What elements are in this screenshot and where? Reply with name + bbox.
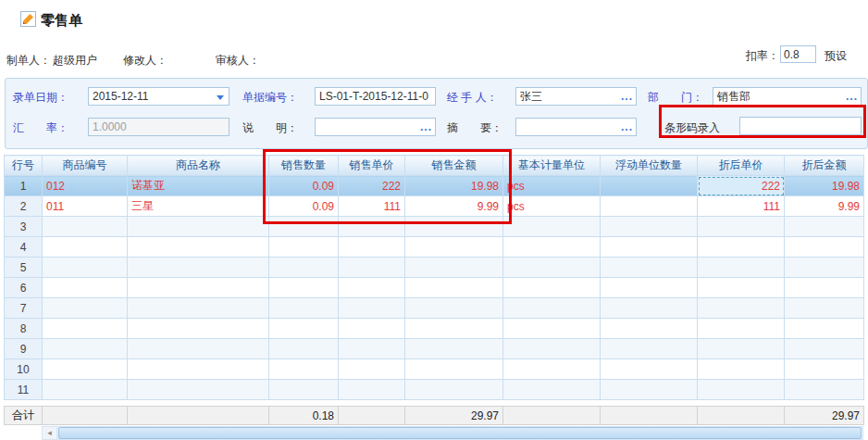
handler-label: 经 手 人： [447,90,498,106]
auditor-label: 审核人： [216,53,260,69]
float-qty-cell[interactable] [601,196,698,217]
col-header-item-code[interactable]: 商品编号 [43,156,128,176]
col-header-disc-amount[interactable]: 折后金额 [785,156,864,176]
grid-empty-row[interactable]: 8 [5,319,864,339]
row-no[interactable]: 3 [5,217,43,237]
maker-label: 制单人： [6,53,51,69]
scroll-left-arrow-icon[interactable]: ◂ [43,427,57,439]
total-disc-amount: 29.97 [785,407,864,425]
sales-price-cell[interactable]: 111 [339,196,405,217]
handler-lookup-ellipsis-icon[interactable]: ... [621,88,633,105]
col-header-disc-price[interactable]: 折后单价 [698,156,785,176]
row-no[interactable]: 4 [5,237,43,258]
entry-date-value: 2015-12-11 [93,90,149,103]
handler-input[interactable]: 张三 ... [515,87,637,106]
grid-empty-row[interactable]: 5 [5,258,864,278]
disc-price-cell-focused[interactable]: 222 [698,176,785,196]
department-value: 销售部 [717,90,750,103]
summary-lookup-ellipsis-icon[interactable]: ... [621,119,633,135]
entry-date-combobox[interactable]: 2015-12-11 [88,87,229,106]
row-no[interactable]: 2 [5,196,43,217]
col-header-sales-price[interactable]: 销售单价 [339,156,405,176]
total-label: 合计 [5,407,43,425]
note-lookup-ellipsis-icon[interactable]: ... [420,119,432,135]
barcode-entry-label: 条形码录入 [664,120,720,136]
grid-header-row: 行号 商品编号 商品名称 销售数量 销售单价 销售金额 基本计量单位 浮动单位数… [5,156,864,176]
total-sales-qty: 0.18 [269,407,339,425]
row-no[interactable]: 9 [5,339,43,359]
row-no[interactable]: 6 [5,278,43,298]
doc-no-value: LS-01-T-2015-12-11-0 [319,90,428,103]
col-header-base-unit[interactable]: 基本计量单位 [503,156,601,176]
page-title: 零售单 [41,12,82,30]
handler-value: 张三 [520,90,542,103]
item-name-cell[interactable]: 诺基亚 [128,176,269,196]
grid-row-1-selected[interactable]: 1 012 诺基亚 0.09 222 19.98 pcs 222 19.98 [5,176,864,196]
grid-empty-row[interactable]: 3 [5,217,864,237]
department-label: 部 门： [648,90,703,106]
row-no[interactable]: 8 [5,319,43,339]
row-no[interactable]: 11 [5,380,43,400]
discount-rate-label: 扣率： [746,48,779,64]
col-header-float-qty[interactable]: 浮动单位数量 [601,156,698,176]
item-code-cell[interactable]: 011 [43,196,128,217]
summary-input[interactable]: ... [515,118,637,136]
items-grid: 行号 商品编号 商品名称 销售数量 销售单价 销售金额 基本计量单位 浮动单位数… [4,155,864,400]
grid-empty-row[interactable]: 10 [5,359,864,380]
exchange-rate-label: 汇 率： [13,120,68,136]
department-input[interactable]: 销售部 ... [713,87,862,106]
modifier-label: 修改人： [123,53,167,69]
grid-empty-row[interactable]: 7 [5,298,864,319]
doc-no-label: 单据编号： [242,90,298,106]
sales-qty-cell[interactable]: 0.09 [269,196,339,217]
disc-price-cell[interactable]: 111 [698,196,785,217]
sales-qty-cell[interactable]: 0.09 [269,176,339,196]
row-no[interactable]: 5 [5,258,43,278]
item-name-cell[interactable]: 三星 [128,196,269,217]
item-code-cell[interactable]: 012 [43,176,128,196]
exchange-rate-input: 1.0000 [88,118,229,136]
row-no[interactable]: 1 [5,176,43,196]
department-lookup-ellipsis-icon[interactable]: ... [846,88,858,105]
entry-date-label: 录单日期： [13,90,68,106]
col-header-line-no[interactable]: 行号 [5,156,43,176]
note-label: 说 明： [242,120,298,136]
horizontal-scrollbar[interactable]: ◂ [42,426,863,440]
grid-empty-row[interactable]: 9 [5,339,864,359]
col-header-sales-qty[interactable]: 销售数量 [269,156,339,176]
grid-row-2[interactable]: 2 011 三星 0.09 111 9.99 pcs 111 9.99 [5,196,864,217]
total-sales-amount: 29.97 [405,407,503,425]
doc-no-input[interactable]: LS-01-T-2015-12-11-0 [315,87,436,106]
discount-rate-input[interactable] [780,45,816,63]
grid-empty-row[interactable]: 4 [5,237,864,258]
disc-amount-cell[interactable]: 19.98 [785,176,864,196]
row-no[interactable]: 10 [5,359,43,380]
disc-amount-cell[interactable]: 9.99 [785,196,864,217]
note-input[interactable]: ... [315,118,436,136]
row-no[interactable]: 7 [5,298,43,319]
float-qty-cell[interactable] [601,176,698,196]
retail-order-window: 零售单 制单人： 超级用户 修改人： 审核人： 扣率： 预设 录单日期： 201… [0,0,868,440]
edit-note-icon [20,11,36,27]
grid-empty-row[interactable]: 6 [5,278,864,298]
sales-amount-cell[interactable]: 19.98 [405,176,503,196]
grid-empty-row[interactable]: 11 [5,380,864,400]
totals-row: 合计 0.18 29.97 29.97 [4,406,864,425]
summary-label: 摘 要： [447,120,502,136]
barcode-entry-input[interactable] [739,117,862,135]
sales-amount-cell[interactable]: 9.99 [405,196,503,217]
base-unit-cell[interactable]: pcs [503,176,601,196]
base-unit-cell[interactable]: pcs [503,196,601,217]
maker-value: 超级用户 [53,53,97,69]
dropdown-arrow-icon[interactable] [217,95,224,100]
scrollbar-thumb[interactable] [58,427,862,439]
col-header-sales-amount[interactable]: 销售金额 [405,156,503,176]
sales-price-cell[interactable]: 222 [339,176,405,196]
exchange-rate-value: 1.0000 [93,120,127,133]
preset-label: 预设 [825,48,847,64]
col-header-item-name[interactable]: 商品名称 [128,156,269,176]
